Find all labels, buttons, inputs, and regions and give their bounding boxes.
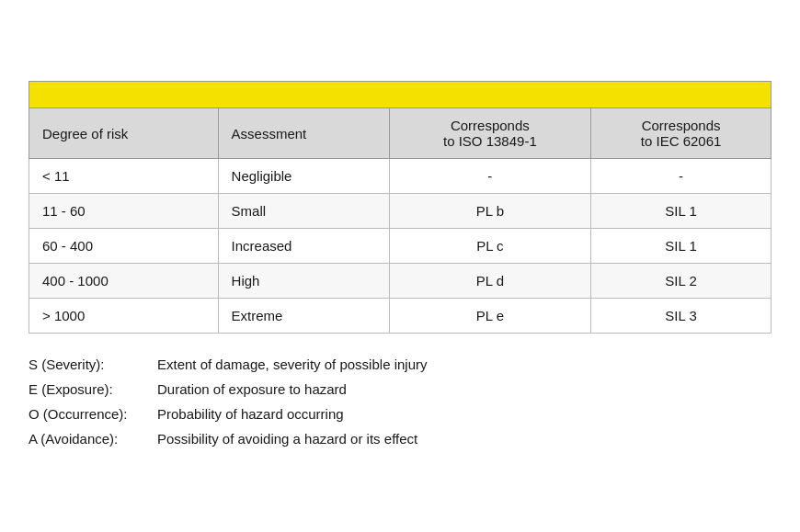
cell-iso: -: [389, 159, 591, 194]
cell-assessment: Small: [218, 194, 389, 229]
cell-degree: 60 - 400: [29, 229, 219, 264]
cell-iec: SIL 2: [591, 264, 771, 299]
table-row: 11 - 60SmallPL bSIL 1: [29, 194, 771, 229]
table-row: < 11Negligible--: [29, 159, 771, 194]
legend-value: Duration of exposure to hazard: [157, 377, 347, 402]
cell-iso: PL e: [389, 299, 591, 334]
cell-iso: PL d: [389, 264, 591, 299]
legend-item: O (Occurrence):Probability of hazard occ…: [29, 402, 771, 426]
legend-item: A (Avoidance):Possibility of avoiding a …: [29, 426, 771, 451]
main-container: Degree of risk Assessment Correspondsto …: [14, 66, 786, 466]
legend-key: A (Avoidance):: [29, 426, 157, 451]
cell-iec: SIL 1: [591, 194, 771, 229]
legend-value: Probability of hazard occurring: [157, 402, 344, 426]
column-headers: Degree of risk Assessment Correspondsto …: [29, 108, 771, 159]
table-row: 400 - 1000HighPL dSIL 2: [29, 264, 771, 299]
legend-item: E (Exposure):Duration of exposure to haz…: [29, 377, 771, 402]
cell-assessment: Extreme: [218, 299, 389, 334]
cell-assessment: Negligible: [218, 159, 389, 194]
legend-value: Extent of damage, severity of possible i…: [157, 352, 427, 377]
cell-iec: SIL 3: [591, 299, 771, 334]
legend-key: S (Severity):: [29, 352, 157, 377]
table-row: 60 - 400IncreasedPL cSIL 1: [29, 229, 771, 264]
legend-key: E (Exposure):: [29, 377, 157, 402]
col-assessment: Assessment: [218, 108, 389, 159]
cell-iso: PL c: [389, 229, 591, 264]
legend-value: Possibility of avoiding a hazard or its …: [157, 426, 417, 451]
cell-degree: 11 - 60: [29, 194, 219, 229]
cell-iso: PL b: [389, 194, 591, 229]
cell-iec: -: [591, 159, 771, 194]
col-degree: Degree of risk: [29, 108, 219, 159]
cell-degree: 400 - 1000: [29, 264, 219, 299]
risk-table: Degree of risk Assessment Correspondsto …: [29, 108, 771, 334]
cell-iec: SIL 1: [591, 229, 771, 264]
cell-assessment: Increased: [218, 229, 389, 264]
cell-degree: < 11: [29, 159, 219, 194]
cell-assessment: High: [218, 264, 389, 299]
cell-degree: > 1000: [29, 299, 219, 334]
col-iso: Correspondsto ISO 13849-1: [389, 108, 591, 159]
legend-item: S (Severity):Extent of damage, severity …: [29, 352, 771, 377]
table-row: > 1000ExtremePL eSIL 3: [29, 299, 771, 334]
col-iec: Correspondsto IEC 62061: [591, 108, 771, 159]
table-header: [29, 81, 771, 108]
legend-key: O (Occurrence):: [29, 402, 157, 426]
legend-section: S (Severity):Extent of damage, severity …: [29, 352, 771, 451]
